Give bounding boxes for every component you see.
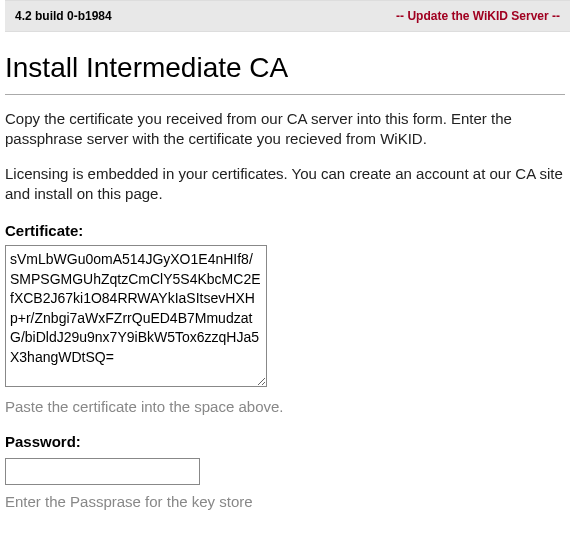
- intro-paragraph-2: Licensing is embedded in your certificat…: [5, 164, 565, 205]
- intro-paragraph-1: Copy the certificate you received from o…: [5, 109, 565, 150]
- password-label: Password:: [5, 433, 565, 450]
- page-title: Install Intermediate CA: [5, 52, 565, 95]
- certificate-hint: Paste the certificate into the space abo…: [5, 398, 565, 415]
- password-input[interactable]: [5, 458, 200, 485]
- version-text: 4.2 build 0-b1984: [15, 9, 112, 23]
- password-hint: Enter the Passprase for the key store: [5, 493, 565, 510]
- topbar: 4.2 build 0-b1984 -- Update the WiKID Se…: [5, 0, 570, 32]
- update-server-link[interactable]: -- Update the WiKID Server --: [396, 9, 560, 23]
- certificate-textarea[interactable]: [5, 245, 267, 387]
- certificate-label: Certificate:: [5, 222, 565, 239]
- content: Install Intermediate CA Copy the certifi…: [0, 52, 570, 520]
